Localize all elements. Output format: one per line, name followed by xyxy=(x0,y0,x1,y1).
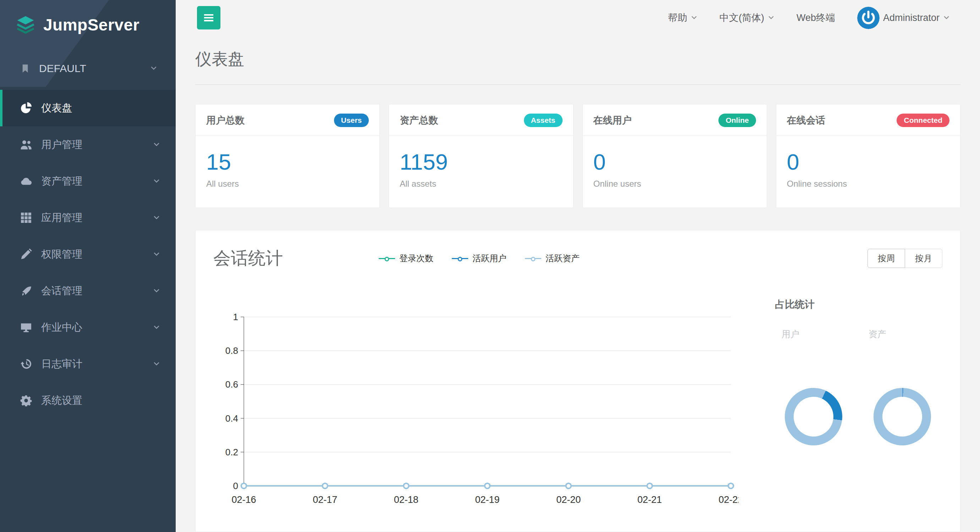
ratio-label-users: 用户 xyxy=(781,328,869,340)
legend-label: 活跃用户 xyxy=(473,253,506,264)
sidebar-item-dashboard[interactable]: 仪表盘 xyxy=(0,90,176,126)
brand: JumpServer xyxy=(0,0,176,50)
chevron-down-icon xyxy=(691,14,697,21)
users-icon xyxy=(20,139,32,151)
status-badge: Online xyxy=(718,114,756,127)
session-stats-panel: 会话统计 登录次数 活跃用户 活跃资产 xyxy=(195,230,961,532)
card-subtitle: All users xyxy=(206,179,369,189)
sidebar-top: JumpServer DEFAULT xyxy=(0,0,176,87)
month-button[interactable]: 按月 xyxy=(905,249,942,268)
sidebar-item-users[interactable]: 用户管理 xyxy=(0,126,176,163)
chevron-down-icon xyxy=(153,214,160,221)
panel-title: 会话统计 xyxy=(213,247,283,270)
org-name: DEFAULT xyxy=(39,62,86,75)
card-value[interactable]: 15 xyxy=(206,151,369,173)
svg-text:02-18: 02-18 xyxy=(394,494,418,505)
main-area: 帮助 中文(简体) Web终端 xyxy=(176,0,980,532)
svg-text:0.2: 0.2 xyxy=(225,447,238,457)
assets-donut-chart xyxy=(873,388,931,445)
card-header: 在线用户 Online xyxy=(583,104,767,136)
sidebar-item-sessions[interactable]: 会话管理 xyxy=(0,273,176,309)
card-subtitle: Online sessions xyxy=(787,179,950,189)
stat-card-assets: 资产总数 Assets 1159 All assets xyxy=(389,104,573,208)
card-header: 用户总数 Users xyxy=(196,104,379,136)
web-terminal-link[interactable]: Web终端 xyxy=(797,11,835,24)
brand-name: JumpServer xyxy=(43,15,140,35)
chart-legend: 登录次数 活跃用户 活跃资产 xyxy=(379,253,580,264)
sidebar-toggle-button[interactable] xyxy=(197,6,220,29)
svg-text:02-20: 02-20 xyxy=(556,494,581,505)
chevron-down-icon xyxy=(153,287,160,295)
chevron-down-icon xyxy=(150,65,157,72)
svg-text:02-22: 02-22 xyxy=(718,494,739,505)
svg-text:0.4: 0.4 xyxy=(225,413,238,424)
ratio-label-assets: 资产 xyxy=(869,328,886,340)
web-terminal-label: Web终端 xyxy=(797,11,835,24)
range-button-group: 按周 按月 xyxy=(867,249,942,268)
chevron-down-icon xyxy=(153,251,160,258)
panel-header: 会话统计 登录次数 活跃用户 活跃资产 xyxy=(196,230,960,270)
status-badge: Users xyxy=(334,114,369,127)
legend-item-logins[interactable]: 登录次数 xyxy=(379,253,433,264)
legend-marker xyxy=(452,258,468,259)
hamburger-icon xyxy=(204,13,214,23)
sidebar-item-settings[interactable]: 系统设置 xyxy=(0,382,176,419)
card-body: 0 Online sessions xyxy=(776,136,960,189)
chevron-down-icon xyxy=(153,360,160,368)
svg-text:0: 0 xyxy=(233,481,238,491)
week-button[interactable]: 按周 xyxy=(867,249,905,268)
topbar: 帮助 中文(简体) Web终端 xyxy=(176,0,980,35)
svg-text:02-17: 02-17 xyxy=(313,494,337,505)
legend-item-active-assets[interactable]: 活跃资产 xyxy=(525,253,580,264)
sidebar-item-assets[interactable]: 资产管理 xyxy=(0,163,176,200)
session-line-chart: 00.20.40.60.8102-1602-1702-1802-1902-200… xyxy=(213,289,746,509)
card-title: 在线会话 xyxy=(787,114,825,127)
card-subtitle: Online users xyxy=(593,179,756,189)
sidebar-item-label: 作业中心 xyxy=(41,321,82,335)
language-menu[interactable]: 中文(简体) xyxy=(719,11,775,24)
chevron-down-icon xyxy=(153,324,160,331)
stat-card-users: 用户总数 Users 15 All users xyxy=(195,104,380,208)
help-menu[interactable]: 帮助 xyxy=(668,11,697,24)
svg-text:02-16: 02-16 xyxy=(231,494,256,505)
sidebar-item-apps[interactable]: 应用管理 xyxy=(0,200,176,236)
sidebar: JumpServer DEFAULT 仪表盘 xyxy=(0,0,176,532)
status-badge: Connected xyxy=(897,114,950,127)
card-subtitle: All assets xyxy=(400,179,562,189)
sidebar-item-label: 资产管理 xyxy=(41,174,82,189)
language-label: 中文(简体) xyxy=(719,11,764,24)
sidebar-item-permissions[interactable]: 权限管理 xyxy=(0,236,176,273)
app-window: JumpServer DEFAULT 仪表盘 xyxy=(0,0,980,532)
card-value[interactable]: 0 xyxy=(787,151,950,173)
org-selector[interactable]: DEFAULT xyxy=(0,50,176,87)
sidebar-item-label: 权限管理 xyxy=(41,248,82,262)
ratio-stats: 占比统计 用户 资产 xyxy=(772,270,942,509)
card-title: 资产总数 xyxy=(400,114,438,127)
legend-label: 登录次数 xyxy=(399,253,433,264)
ratio-title: 占比统计 xyxy=(775,298,942,311)
sidebar-item-label: 应用管理 xyxy=(41,211,82,225)
svg-text:0.8: 0.8 xyxy=(225,345,238,356)
jumpserver-logo-icon xyxy=(16,15,35,35)
users-donut-chart xyxy=(785,388,842,445)
chevron-down-icon xyxy=(768,14,775,21)
svg-text:0.6: 0.6 xyxy=(225,380,238,390)
help-label: 帮助 xyxy=(668,11,687,24)
sidebar-item-audit[interactable]: 日志审计 xyxy=(0,346,176,382)
cloud-icon xyxy=(20,175,32,187)
stat-cards-row: 用户总数 Users 15 All users 资产总数 Assets 1159… xyxy=(195,104,961,208)
page-title: 仪表盘 xyxy=(195,48,961,70)
username-label: Administrator xyxy=(883,13,940,24)
gear-icon xyxy=(20,395,32,407)
card-value[interactable]: 1159 xyxy=(400,151,562,173)
svg-text:02-19: 02-19 xyxy=(475,494,500,505)
user-menu[interactable]: Administrator xyxy=(857,7,950,29)
sidebar-item-jobs[interactable]: 作业中心 xyxy=(0,309,176,346)
legend-item-active-users[interactable]: 活跃用户 xyxy=(452,253,506,264)
card-title: 用户总数 xyxy=(206,114,245,127)
card-header: 资产总数 Assets xyxy=(389,104,573,136)
edit-icon xyxy=(20,248,32,260)
bookmark-icon xyxy=(21,64,30,73)
card-value[interactable]: 0 xyxy=(593,151,756,173)
topbar-right: 帮助 中文(简体) Web终端 xyxy=(668,7,950,29)
